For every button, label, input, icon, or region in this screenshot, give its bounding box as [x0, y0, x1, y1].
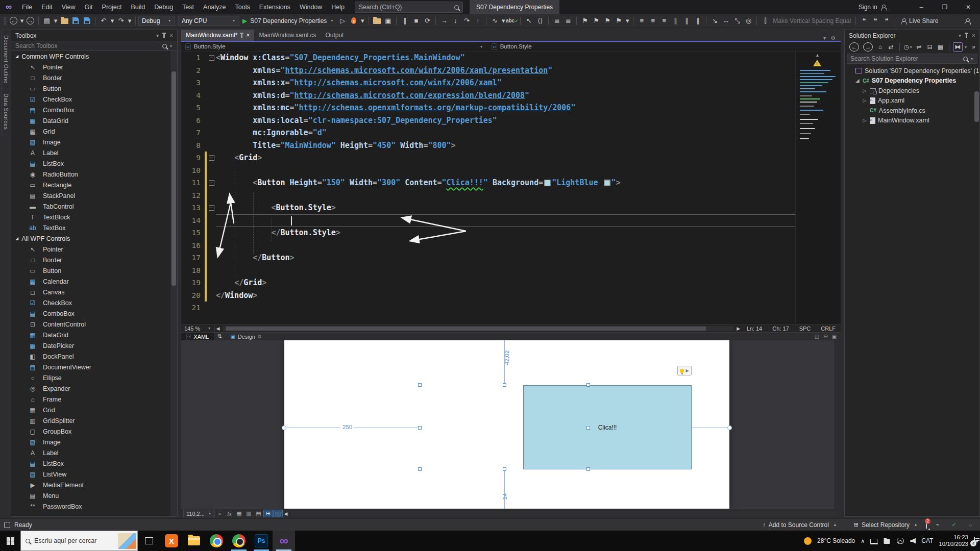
align-tops-icon[interactable]: ∥ [670, 16, 681, 26]
forward-icon[interactable]: → [863, 42, 873, 52]
code-editor[interactable]: 1−<Window x:Class="S07_Dependency_Proper… [181, 52, 841, 324]
tree-item-app-xaml[interactable]: ▷App.xaml [845, 96, 979, 106]
align-bottoms-icon[interactable]: ∥ [692, 16, 703, 26]
toolbox-item-textblock[interactable]: TTextBlock [11, 212, 177, 222]
undo-caret[interactable]: ▾ [109, 16, 115, 26]
breadcrumb-right-combo[interactable]: ‹›Button.Style [487, 43, 536, 50]
document-tab-mainwindow-xaml-[interactable]: MainWindow.xaml*× [181, 30, 254, 41]
grid-columns-icon[interactable]: ▥ [244, 510, 254, 517]
undo-icon[interactable]: ↶ [98, 16, 109, 26]
taskbar-app-file-explorer[interactable] [183, 531, 205, 551]
toolbox-item-frame[interactable]: ⌂Frame [11, 394, 177, 405]
align-centers-icon[interactable]: ≡ [647, 16, 658, 26]
toolbox-item-pointer[interactable]: ↖Pointer [11, 244, 177, 255]
code-line-11[interactable]: 11− <Button Height="150" Width="300" Con… [181, 177, 841, 189]
weather-label[interactable]: 28°C Soleado [817, 537, 855, 544]
menu-window[interactable]: Window [295, 0, 327, 14]
hidden-icons-chevron[interactable]: ∧ [861, 538, 865, 544]
code-line-4[interactable]: 4 xmlns:d="http://schemas.microsoft.com/… [181, 89, 841, 102]
menu-test[interactable]: Test [178, 0, 199, 14]
breakpoints-window-icon[interactable]: ▣ [382, 16, 394, 26]
pending-changes-filter-icon[interactable]: ◷▾ [903, 42, 913, 52]
taskbar-app-chrome-profile[interactable] [228, 531, 250, 551]
selection-handle[interactable] [586, 426, 590, 430]
code-line-17[interactable]: 17 </Button> [181, 252, 841, 264]
tree-item-dependencies[interactable]: ▷Dependencies [845, 86, 979, 96]
toolbox-item-button[interactable]: ▭Button [11, 265, 177, 276]
data-sources-tab[interactable]: Data Sources [1, 88, 10, 135]
panel-dropdown-icon[interactable]: ▾ [959, 33, 961, 38]
onedrive-icon[interactable] [884, 539, 890, 544]
switch-views-icon[interactable]: ⇌ [914, 42, 924, 52]
edit-markup-icon[interactable]: ⟨⟩ [534, 16, 546, 26]
feedback-icon[interactable]: ◌ [965, 520, 976, 530]
toolbox-item-stackpanel[interactable]: ▤StackPanel [11, 190, 177, 201]
toolbox-item-combobox[interactable]: ▤ComboBox [11, 308, 177, 319]
notifications-bell-button[interactable]: 2 [926, 521, 927, 529]
quote-markup-icon-3[interactable]: ❝ [881, 16, 892, 26]
format-document-icon[interactable]: ∿ [489, 16, 500, 26]
show-all-files-icon[interactable]: ▦ [936, 42, 945, 52]
size-expand-icon[interactable]: ⤡ [731, 16, 743, 26]
spacing-icon[interactable]: ⫿ [760, 16, 771, 26]
toggle-bookmark-icon[interactable]: ⚑ [579, 16, 591, 26]
pin-icon[interactable] [241, 33, 242, 38]
platform-combo[interactable]: Any CPU▾ [178, 16, 239, 26]
hot-reload-icon[interactable] [348, 16, 359, 26]
open-file-icon[interactable] [59, 16, 70, 26]
new-project-caret[interactable]: ▾ [53, 16, 59, 26]
quote-markup-icon[interactable]: ❝ [859, 16, 870, 26]
send-feedback-icon[interactable] [962, 16, 973, 26]
extension-status-icon[interactable]: ⌁ [932, 520, 943, 530]
background-tasks-icon[interactable] [4, 522, 10, 528]
save-icon[interactable] [70, 16, 81, 26]
size-same-width-icon[interactable]: ↔ [720, 16, 731, 26]
menu-edit[interactable]: Edit [37, 0, 57, 14]
margin-anchor-icon[interactable] [282, 425, 286, 430]
selection-handle[interactable] [586, 383, 590, 387]
code-line-7[interactable]: 7 mc:Ignorable="d" [181, 127, 841, 139]
code-line-13[interactable]: 13− <Button.Style> [181, 202, 841, 214]
redo-icon[interactable]: ↷ [115, 16, 127, 26]
fold-collapse-icon[interactable]: − [209, 155, 214, 161]
breadcrumb-left-combo[interactable]: ‹›Button.Style ▾ [181, 43, 487, 50]
toolbox-item-calendar[interactable]: ▦Calendar [11, 276, 177, 287]
ruler-icon[interactable]: ▤ [254, 510, 263, 517]
select-element-icon[interactable]: ↖ [523, 16, 534, 26]
toolbox-pin-icon[interactable] [163, 33, 165, 38]
align-lefts-icon[interactable]: ≡ [636, 16, 647, 26]
quick-actions-lightbulb[interactable]: ▶ [677, 366, 692, 375]
select-repository-button[interactable]: ⊞ Select Repository ▲ [854, 521, 919, 529]
margin-anchor-icon[interactable] [727, 425, 732, 430]
chevron-down-icon[interactable]: ▾ [964, 45, 968, 49]
code-line-6[interactable]: 6 xmlns:local="clr-namespace:S07_Depende… [181, 114, 841, 127]
expand-arrow-icon[interactable]: ▷ [862, 118, 867, 123]
design-view-tab[interactable]: ▣ Design ⧉ [225, 333, 266, 340]
toolbox-item-listbox[interactable]: ▤ListBox [11, 158, 177, 169]
sign-in-button[interactable]: Sign in [859, 0, 886, 14]
toolbox-item-pointer[interactable]: ↖Pointer [11, 62, 177, 72]
step-out-icon[interactable]: ↑ [472, 16, 483, 26]
next-bookmark-icon[interactable]: ⚑ [602, 16, 613, 26]
nav-back-caret[interactable]: ▾ [19, 16, 25, 26]
toolbox-group-0[interactable]: ◢Common WPF Controls [11, 51, 177, 62]
menu-view[interactable]: View [57, 0, 80, 14]
designer-zoom-combo[interactable]: 110,2...▾ [183, 510, 215, 517]
keyboard-language[interactable]: CAT [921, 537, 933, 544]
home-icon[interactable]: ⌂ [875, 42, 885, 52]
document-tab-output[interactable]: Output [321, 30, 348, 41]
toolbox-close-icon[interactable]: × [169, 32, 173, 39]
toolbox-item-rectangle[interactable]: ▭Rectangle [11, 180, 177, 190]
menu-file[interactable]: File [17, 0, 37, 14]
code-line-18[interactable]: 18 [181, 264, 841, 277]
selection-handle[interactable] [418, 467, 422, 471]
toolbox-item-tabcontrol[interactable]: ▬TabControl [11, 201, 177, 212]
snap-lines-icon[interactable]: ◫ [273, 510, 283, 517]
close-button[interactable]: ✕ [957, 0, 980, 14]
toolbox-item-datagrid[interactable]: ▦DataGrid [11, 115, 177, 126]
snap-to-grid-icon[interactable]: ⊞ [263, 510, 273, 517]
volume-icon[interactable] [910, 538, 916, 544]
sync-selection-icon[interactable]: ⧓ [953, 42, 963, 52]
bookmark-caret[interactable]: ▾ [624, 16, 630, 26]
collapse-pane-icon[interactable]: ▣ [832, 334, 837, 339]
